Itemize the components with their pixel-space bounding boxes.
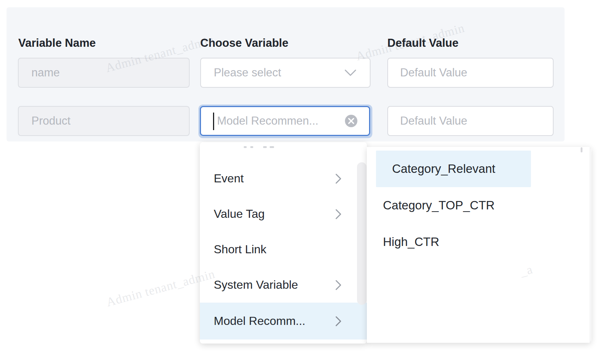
menu-item-label: Short Link [214,243,266,256]
menu-item-label: Model Recomm... [214,314,305,328]
menu-item-system-variable[interactable]: System Variable [200,267,367,303]
chevron-right-icon [335,208,342,220]
menu-item-label: Value Tag [214,207,265,221]
submenu-scrollbar-track [590,147,590,343]
column-label-default-value: Default Value [387,37,459,50]
column-label-choose-variable: Choose Variable [200,37,288,50]
submenu-scrollbar-thumb[interactable] [581,147,582,152]
variable-editor-screen: Variable Name Choose Variable Default Va… [0,0,600,364]
default-value-input-row1[interactable]: Default Value [387,58,554,88]
cascader-submenu-panel: Category_Relevant Category_TOP_CTR High_… [367,147,591,343]
chevron-right-icon [335,315,342,327]
menu-item-short-link[interactable]: Short Link [200,232,367,267]
menu-item-event[interactable]: Event [200,161,367,196]
submenu-item-category-top-ctr[interactable]: Category_TOP_CTR [367,187,591,224]
menu-item-label: Event [214,172,244,185]
menu-item-model-recommendation[interactable]: Model Recomm... [200,303,367,340]
default-value-placeholder-row2: Default Value [400,114,467,128]
cascader-menu-panel: Event Value Tag Short Link System Variab… [200,142,367,344]
submenu-item-category-relevant[interactable]: Category_Relevant [376,151,531,187]
menu-item-value-tag[interactable]: Value Tag [200,196,367,232]
chevron-right-icon [335,279,342,291]
variable-name-value-row2: Product [31,114,71,128]
choose-variable-select-row1[interactable]: Please select [200,58,371,88]
column-label-variable-name: Variable Name [18,37,96,50]
clear-selection-icon[interactable] [345,114,358,128]
default-value-placeholder-row1: Default Value [400,66,467,79]
chevron-down-icon [344,69,357,77]
submenu-item-label: High_CTR [383,235,439,249]
menu-scrollbar-thumb[interactable] [357,162,367,305]
menu-item-label: System Variable [214,278,298,292]
submenu-item-label: Category_Relevant [392,162,495,176]
variable-name-value-row1: name [31,66,60,79]
submenu-item-label: Category_TOP_CTR [383,198,495,212]
text-cursor [213,113,214,130]
submenu-item-high-ctr[interactable]: High_CTR [367,224,591,260]
default-value-input-row2[interactable]: Default Value [387,106,554,136]
variable-name-input-row1[interactable]: name [18,58,190,88]
variable-name-input-row2[interactable]: Product [18,106,190,136]
choose-variable-value-row2: Model Recommen... [217,114,318,128]
choose-variable-placeholder-row1: Please select [214,66,281,79]
scrolled-item-remnant [244,146,331,148]
choose-variable-select-row2-focused[interactable]: Model Recommen... [200,106,370,136]
chevron-right-icon [335,173,342,185]
